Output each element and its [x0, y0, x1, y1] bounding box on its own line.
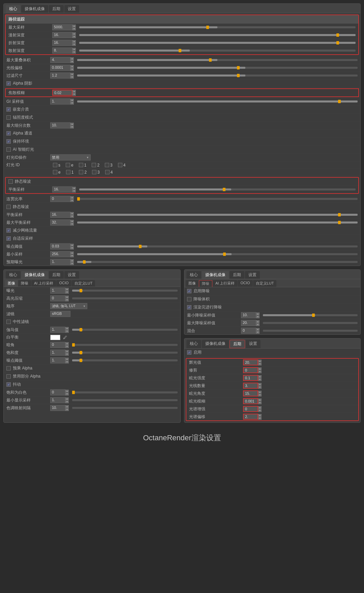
slider-tone[interactable] — [72, 407, 178, 409]
slider-min-sample[interactable] — [77, 253, 358, 255]
tab-post-brt[interactable]: 后期 — [230, 271, 244, 279]
checkbox-premult-alpha[interactable] — [6, 366, 11, 370]
tab-post-bl[interactable]: 后期 — [49, 271, 64, 279]
checkbox-denoise-volume[interactable] — [187, 297, 191, 301]
spin-up-min-sample[interactable]: ▲ — [70, 251, 74, 254]
input-spectral-boost[interactable]: 0 — [243, 406, 258, 412]
spin-up-highlight[interactable]: ▲ — [65, 296, 69, 298]
input-glare-val[interactable]: 20. — [243, 359, 258, 365]
spinbox-glare-val[interactable]: 20. ▲ ▼ — [243, 359, 262, 365]
input-max-balance[interactable]: 32. — [50, 219, 70, 226]
tab-post-brb[interactable]: 后期 — [230, 340, 245, 348]
tab-camera-top[interactable]: 摄像机成像 — [21, 5, 48, 13]
slider-saturation[interactable] — [72, 352, 178, 354]
spinbox-max-balance[interactable]: 32. ▲ ▼ — [50, 219, 74, 226]
checkbox-neutral-filter[interactable] — [6, 320, 11, 324]
spin-up-pre-exp[interactable]: ▲ — [70, 259, 74, 262]
cb-2b[interactable] — [79, 170, 83, 174]
sub-tab-image-bl[interactable]: 图像 — [5, 280, 18, 287]
tab-settings-brb[interactable]: 设置 — [246, 340, 261, 348]
spin-up-min-denoise[interactable]: ▲ — [256, 313, 260, 315]
slider-min-display[interactable] — [72, 399, 178, 401]
spin-up-subdiv[interactable]: ▲ — [70, 123, 74, 125]
spinbox-balance-samples-h[interactable]: 16. ▲ ▼ — [52, 186, 76, 192]
spin-up-exposure[interactable]: ▲ — [65, 288, 69, 291]
spin-down-coherence[interactable]: ▼ — [70, 199, 74, 202]
sub-tab-denoise-brt[interactable]: 降噪 — [199, 280, 212, 287]
checkbox-adaptive-sampling[interactable] — [6, 236, 11, 241]
slider-noise-bl[interactable] — [72, 359, 178, 361]
spin-up-gi[interactable]: ▲ — [70, 99, 74, 101]
slider-blend[interactable] — [263, 330, 358, 332]
spin-down-balance-h[interactable]: ▼ — [72, 190, 76, 192]
input-max-subdiv[interactable]: 10. — [50, 122, 70, 128]
spin-down-sat[interactable]: ▼ — [65, 353, 69, 356]
spinbox-glare-angle[interactable]: 15. ▲ ▼ — [243, 390, 262, 396]
input-max-samples[interactable]: 5000. — [52, 24, 72, 30]
spinbox-pre-exposure[interactable]: 1. ▲ ▼ — [50, 259, 74, 265]
spin-up-spectral[interactable]: ▲ — [258, 406, 262, 409]
cb-1b[interactable] — [66, 170, 70, 174]
spin-up-vignette[interactable]: ▲ — [65, 342, 69, 345]
spin-up-max-denoise[interactable]: ▲ — [256, 320, 260, 323]
spin-down-glare-blur[interactable]: ▼ — [258, 402, 262, 404]
spin-down-noise-bl[interactable]: ▼ — [65, 361, 69, 363]
spin-up-spec-shift[interactable]: ▲ — [258, 414, 262, 417]
spin-up-ray-bias[interactable]: ▲ — [70, 65, 74, 68]
spinbox-coherence[interactable]: 0 ▲ ▼ — [50, 196, 74, 202]
spin-down-glare-int[interactable]: ▼ — [258, 378, 262, 381]
tab-camera-brt[interactable]: 摄像机成像 — [202, 271, 229, 279]
checkbox-keep-env[interactable] — [6, 139, 11, 144]
input-max-overlap[interactable]: 4. — [50, 57, 70, 63]
spin-down-min-sample[interactable]: ▼ — [70, 255, 74, 257]
spin-down-max-overlap[interactable]: ▼ — [70, 60, 74, 63]
input-glare-angle[interactable]: 15. — [243, 390, 258, 396]
spinbox-scatter-depth[interactable]: 8. ▲ ▼ — [52, 48, 76, 54]
slider-filter-size[interactable] — [77, 75, 358, 77]
input-noise-thresh[interactable]: 0.03 — [50, 243, 70, 249]
spinbox-glare-intensity[interactable]: 0.1 ▲ ▼ — [243, 375, 262, 381]
input-noise-bl[interactable]: 1. — [50, 357, 65, 363]
spinbox-highlight[interactable]: 0 ▲ ▼ — [50, 295, 69, 301]
input-blend[interactable]: 0 — [241, 328, 256, 334]
spin-down-diffuse[interactable]: ▼ — [72, 35, 76, 38]
spin-down-min-denoise[interactable]: ▼ — [256, 316, 260, 318]
spinbox-spectral-boost[interactable]: 0 ▲ ▼ — [243, 406, 262, 412]
spinbox-saturate-white[interactable]: 0 ▲ ▼ — [50, 389, 69, 395]
spin-down-blend[interactable]: ▼ — [256, 331, 260, 334]
spin-up-gamma[interactable]: ▲ — [65, 327, 69, 330]
input-glare-intensity[interactable]: 0.1 — [243, 375, 258, 381]
checkbox-alpha-shadow[interactable] — [6, 81, 11, 86]
spin-up-blend[interactable]: ▲ — [256, 328, 260, 331]
spin-up-tone[interactable]: ▲ — [65, 405, 69, 408]
slider-max-overlap[interactable] — [77, 59, 358, 61]
tab-camera-bl[interactable]: 摄像机成像 — [21, 271, 48, 279]
spinbox-filter-size[interactable]: 1.2 ▲ ▼ — [50, 72, 74, 79]
spin-up-glare-blur[interactable]: ▲ — [258, 398, 262, 401]
spin-down-min-display[interactable]: ▼ — [65, 401, 69, 403]
spinbox-vignette[interactable]: 0 ▲ ▼ — [50, 342, 69, 348]
spin-down-balance-2[interactable]: ▼ — [70, 215, 74, 218]
slider-min-denoise[interactable] — [263, 314, 358, 316]
spinbox-min-display[interactable]: 1. ▲ ▼ — [50, 397, 69, 403]
sub-tab-ai-bl[interactable]: AI 上行采样 — [31, 280, 56, 287]
spin-down-subdiv[interactable]: ▼ — [70, 126, 74, 128]
sub-tab-image-brt[interactable]: 图像 — [186, 280, 199, 287]
spin-down-sat-white[interactable]: ▼ — [65, 393, 69, 395]
checkbox-denoise-after[interactable] — [187, 305, 191, 309]
spin-down-caustic[interactable]: ▼ — [72, 93, 76, 96]
input-glare-blur[interactable]: 0.001 — [243, 398, 258, 404]
tab-settings-brt[interactable]: 设置 — [245, 271, 260, 279]
spinbox-trim[interactable]: 0 ▲ ▼ — [243, 367, 262, 373]
cb-1[interactable] — [79, 163, 83, 167]
spin-down-refract[interactable]: ▼ — [72, 43, 76, 46]
spin-up-glare-int[interactable]: ▲ — [258, 375, 262, 378]
cb-3[interactable] — [105, 163, 109, 167]
slider-scatter-depth[interactable] — [79, 50, 356, 52]
input-trim[interactable]: 0 — [243, 367, 258, 373]
input-gi-samples[interactable]: 1. — [50, 98, 70, 105]
tab-settings-top[interactable]: 设置 — [64, 5, 79, 13]
tab-core-brb[interactable]: 核心 — [186, 340, 201, 348]
sub-tab-ai-brt[interactable]: AI 上行采样 — [213, 280, 237, 287]
spin-up-coherence[interactable]: ▲ — [70, 196, 74, 199]
